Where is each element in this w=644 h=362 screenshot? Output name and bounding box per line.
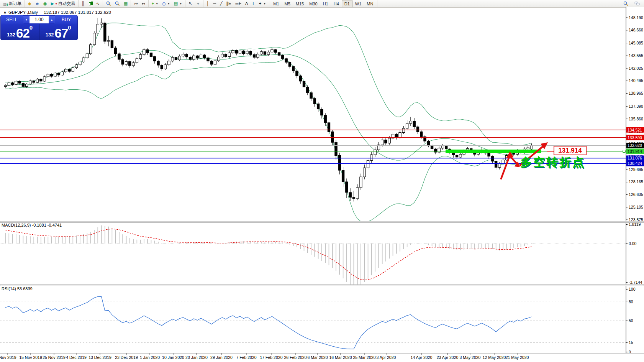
candle-body: [342, 170, 344, 182]
candle-body: [193, 56, 195, 59]
search-icon[interactable]: [621, 0, 630, 7]
buy-price-point: 0: [68, 26, 71, 30]
candle-body: [210, 61, 213, 64]
bar-chart-button[interactable]: ║: [80, 0, 87, 7]
chart-area[interactable]: 148.190146.660145.085143.555142.025140.4…: [0, 7, 644, 362]
candle-body: [22, 83, 24, 87]
candle-body: [15, 81, 17, 85]
templates-button[interactable]: ▤▼: [172, 0, 184, 7]
arrows-button[interactable]: ✦▼: [256, 0, 268, 7]
pane-separator-1[interactable]: [0, 221, 644, 223]
sell-button[interactable]: SELL: [1, 15, 23, 24]
profile-icon[interactable]: ☻: [33, 0, 41, 7]
price-callout: 131.914: [554, 146, 586, 155]
candle-body: [65, 69, 67, 72]
macd-histogram: [5, 225, 531, 287]
buy-price[interactable]: 132 67 0: [39, 24, 78, 40]
candle-body: [189, 57, 191, 59]
tile-windows-button[interactable]: ▦: [122, 0, 129, 7]
candle-body: [175, 58, 177, 60]
timeframe-w1[interactable]: W1: [352, 0, 364, 7]
timeframe-h4[interactable]: H4: [331, 0, 342, 7]
chat-icon[interactable]: [633, 0, 642, 7]
toolbar-group: ◆☻◉▶●自动交易: [25, 0, 79, 7]
timeframe-group: M1M5M15M30H1H4D1W1MN: [269, 0, 377, 7]
candle-body: [157, 61, 159, 65]
date-label: 26 Feb 2020: [284, 355, 307, 360]
volume-up-button[interactable]: ▲: [49, 16, 55, 23]
signals-icon[interactable]: ◉: [41, 0, 49, 7]
crosshair-button[interactable]: ＋: [194, 0, 202, 7]
timeframe-d1[interactable]: D1: [342, 0, 352, 7]
svg-text:+: +: [107, 2, 109, 4]
toolbar-group: ↦↤: [131, 0, 148, 7]
periods-button[interactable]: ◷▼: [160, 0, 172, 7]
macd-tick: -3.7144: [629, 280, 642, 285]
line-chart-button[interactable]: ∿: [94, 0, 102, 7]
toolbar-group: ▦+新订单: [0, 0, 25, 7]
candle-body: [8, 83, 10, 85]
sell-price[interactable]: 132 62 0: [1, 24, 39, 40]
date-label: 12 May 2020: [483, 355, 506, 360]
candle-body: [114, 48, 116, 54]
candle-body: [139, 54, 141, 59]
dropdown-caret-icon[interactable]: ▼: [263, 2, 266, 5]
timeframe-m1[interactable]: M1: [270, 0, 282, 7]
candle-body: [420, 132, 423, 137]
auto-scroll-button[interactable]: ↦: [132, 0, 139, 7]
pane-separator-2[interactable]: [0, 285, 644, 286]
candle-body: [150, 53, 152, 57]
main-price-pane[interactable]: [0, 18, 626, 222]
timeframe-m5[interactable]: M5: [282, 0, 293, 7]
candle-body: [136, 59, 138, 63]
new-order-button[interactable]: ▦+新订单: [1, 0, 23, 7]
timeframe-m30[interactable]: M30: [306, 0, 320, 7]
text-label-button[interactable]: T: [250, 0, 256, 7]
zoom-out-button[interactable]: −: [113, 0, 122, 7]
trendline-button[interactable]: ╱: [218, 0, 224, 7]
equidistant-channel-button[interactable]: ∥E: [224, 0, 233, 7]
candle-body: [356, 188, 359, 199]
candle-body: [36, 79, 38, 82]
date-label: 17 Feb 2020: [260, 355, 283, 360]
candlestick-chart-button[interactable]: [87, 0, 94, 7]
candle-body: [502, 160, 504, 164]
support-band[interactable]: [446, 150, 541, 153]
autotrade-button[interactable]: ▶●自动交易: [49, 0, 77, 7]
panel-collapse-icon[interactable]: ▲: [3, 10, 7, 14]
chart-shift-button[interactable]: ↤: [140, 0, 147, 7]
rsi-pane[interactable]: [0, 296, 626, 349]
highlighter-icon[interactable]: ◆: [26, 0, 33, 7]
toolbar-group: ↖＋: [185, 0, 203, 7]
candle-body: [97, 24, 99, 33]
text-button[interactable]: A: [243, 0, 250, 7]
indicators-button[interactable]: +▼: [150, 0, 160, 7]
vertical-line-button[interactable]: │: [205, 0, 211, 7]
candle-body: [374, 150, 376, 155]
dropdown-caret-icon[interactable]: ▼: [156, 2, 158, 5]
macd-pane[interactable]: [0, 225, 626, 287]
dropdown-caret-icon[interactable]: ▼: [167, 2, 170, 5]
candle-body: [346, 182, 348, 193]
candle-body: [161, 65, 163, 69]
candle-body: [224, 54, 227, 56]
candle-body: [203, 55, 205, 58]
volume-value[interactable]: 1.00: [29, 16, 49, 23]
horizontal-line-button[interactable]: ─: [211, 0, 218, 7]
candle-body: [338, 156, 341, 171]
cursor-button[interactable]: ↖: [187, 0, 194, 7]
candle-body: [459, 154, 462, 157]
fibonacci-button[interactable]: ☰F: [233, 0, 243, 7]
line-endpoint-handle[interactable]: [623, 150, 625, 153]
timeframe-h1[interactable]: H1: [320, 0, 331, 7]
chart-title-ohlc: 132.187 132.867 131.817 132.620: [44, 10, 111, 15]
timeframe-mn[interactable]: MN: [364, 0, 376, 7]
macd-signal-line: [5, 229, 531, 280]
dropdown-caret-icon[interactable]: ▼: [179, 2, 182, 5]
price-tick: 135.860: [629, 117, 643, 121]
volume-down-button[interactable]: ▼: [23, 16, 29, 23]
candle-body: [218, 57, 220, 61]
zoom-in-button[interactable]: +: [104, 0, 113, 7]
buy-button[interactable]: BUY: [55, 15, 77, 24]
timeframe-m15[interactable]: M15: [293, 0, 306, 7]
